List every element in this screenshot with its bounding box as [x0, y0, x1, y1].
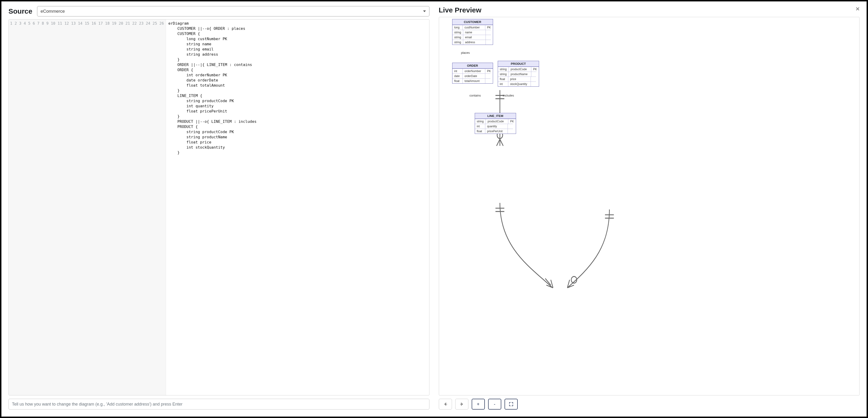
preview-toolbar: + - [439, 399, 860, 410]
prompt-placeholder: Tell us how you want to change the diagr… [12, 402, 182, 407]
minus-icon: - [494, 401, 495, 407]
entity-attr-row: stringproductName [498, 71, 539, 77]
preview-panel: Live Preview [439, 6, 860, 410]
entity-order-title: ORDER [453, 63, 493, 68]
entity-attr-row: floatpricePerUnit [475, 129, 516, 133]
entity-attr-row: stringname [453, 30, 493, 35]
line-gutter: 1 2 3 4 5 6 7 8 9 10 11 12 13 14 15 16 1… [9, 20, 166, 395]
plus-icon: + [477, 401, 480, 407]
entity-lineitem[interactable]: LINE_ITEM stringproductCodePKintquantity… [475, 113, 516, 134]
entity-attr-row: intorderNumberPK [453, 68, 493, 73]
arrow-right-icon [459, 401, 464, 407]
prompt-input[interactable]: Tell us how you want to change the diagr… [8, 399, 429, 410]
fullscreen-button[interactable] [504, 399, 518, 410]
rel-includes: includes [503, 94, 514, 97]
fullscreen-icon [508, 401, 514, 407]
preview-canvas[interactable]: CUSTOMER longcustNumberPKstringnamestrin… [439, 17, 860, 395]
entity-attr-row: stringproductCodePK [498, 67, 539, 71]
back-button[interactable] [439, 399, 452, 410]
entity-attr-row: longcustNumberPK [453, 25, 493, 30]
entity-attr-row: dateorderDate [453, 73, 493, 79]
entity-lineitem-title: LINE_ITEM [475, 113, 516, 119]
entity-attr-row: stringemail [453, 35, 493, 40]
preview-title: Live Preview [439, 6, 482, 14]
source-dropdown[interactable]: eCommerce [37, 6, 429, 17]
code-area[interactable]: erDiagram CUSTOMER ||--o{ ORDER : places… [166, 20, 429, 395]
entity-customer[interactable]: CUSTOMER longcustNumberPKstringnamestrin… [452, 19, 493, 45]
zoom-out-button[interactable]: - [488, 399, 501, 410]
forward-button[interactable] [455, 399, 468, 410]
entity-attr-row: intstockQuantity [498, 82, 539, 86]
code-editor[interactable]: 1 2 3 4 5 6 7 8 9 10 11 12 13 14 15 16 1… [8, 19, 429, 395]
entity-order[interactable]: ORDER intorderNumberPKdateorderDatefloat… [452, 63, 493, 84]
entity-attr-row: floatprice [498, 77, 539, 82]
entity-product-title: PRODUCT [498, 61, 539, 67]
entity-attr-row: intquantity [475, 124, 516, 129]
arrow-left-icon [443, 401, 448, 407]
entity-attr-row: floattotalAmount [453, 79, 493, 83]
source-title: Source [8, 7, 32, 15]
entity-customer-title: CUSTOMER [453, 19, 493, 25]
source-dropdown-value: eCommerce [41, 9, 65, 14]
rel-contains: contains [470, 94, 481, 97]
entity-attr-row: stringproductCodePK [475, 119, 516, 124]
rel-places: places [461, 51, 470, 55]
entity-product[interactable]: PRODUCT stringproductCodePKstringproduct… [498, 61, 539, 87]
entity-attr-row: stringaddress [453, 40, 493, 44]
close-icon[interactable]: × [856, 6, 860, 12]
zoom-in-button[interactable]: + [472, 399, 485, 410]
source-panel: Source eCommerce 1 2 3 4 5 6 7 8 9 10 11… [8, 6, 429, 410]
